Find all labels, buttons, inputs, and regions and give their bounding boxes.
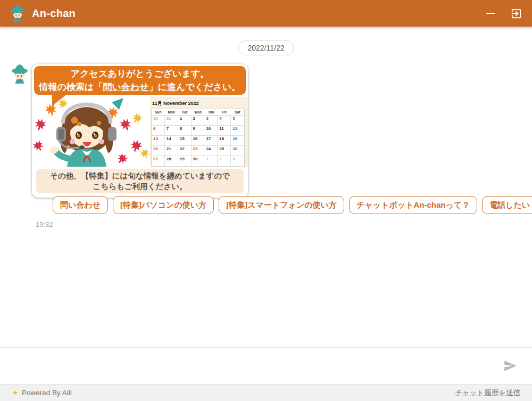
calendar-day: 2	[218, 156, 231, 166]
powered-by-label: Powered By Alli	[22, 389, 72, 397]
speech-bubble-tail	[52, 93, 68, 106]
quick-reply-button[interactable]: チャットボットAn-chanって？	[349, 196, 477, 214]
note-line2: こちらもご利用ください。	[36, 181, 244, 192]
calendar-day: 24	[204, 146, 218, 156]
calendar-day: 27	[152, 156, 165, 166]
message-banner: アクセスありがとうございます。 情報の検索は「問い合わせ」に進んでください。	[34, 66, 246, 95]
quick-reply-button[interactable]: 問い合わせ	[53, 196, 108, 214]
card-body: 11月 November 2022 SunMonTueWedThuFriSat …	[32, 97, 248, 167]
mascot-avatar-icon	[9, 4, 27, 22]
calendar-day: 9	[192, 126, 205, 136]
calendar-day: 13	[152, 136, 165, 146]
calendar-day: 3	[231, 156, 244, 166]
message-input[interactable]	[9, 350, 501, 381]
bot-avatar-icon	[10, 64, 30, 84]
calendar-weekday: Fri	[218, 109, 231, 115]
footer-bar: Powered By Alli チャット履歴を送信	[0, 384, 532, 401]
calendar-day: 29	[178, 156, 192, 166]
app-title: An-chan	[32, 7, 76, 20]
calendar-day: 28	[165, 156, 178, 166]
calendar: 11月 November 2022 SunMonTueWedThuFriSat …	[150, 97, 248, 167]
send-chat-history-link[interactable]: チャット履歴を送信	[455, 388, 520, 398]
note-line1: その他、【特集】には旬な情報を纏めていますので	[36, 170, 244, 181]
powered-by: Powered By Alli	[12, 389, 72, 397]
quick-reply-row: 問い合わせ[特集]パソコンの使い方[特集]スマートフォンの使い方チャットボットA…	[53, 196, 532, 214]
calendar-weekday: Wed	[192, 109, 205, 115]
mascot-illustration	[32, 97, 150, 167]
calendar-day: 14	[165, 136, 178, 146]
calendar-day: 7	[165, 126, 178, 136]
bot-message: アクセスありがとうございます。 情報の検索は「問い合わせ」に進んでください。	[10, 64, 248, 198]
calendar-weekday: Mon	[165, 109, 178, 115]
calendar-title: 11月 November 2022	[152, 100, 245, 107]
calendar-weekday-row: SunMonTueWedThuFriSat	[152, 109, 244, 116]
calendar-day: 30	[192, 156, 205, 166]
banner-line2: 情報の検索は「問い合わせ」に進んでください。	[34, 80, 246, 94]
quick-reply-button[interactable]: 電話したい	[482, 196, 532, 214]
calendar-day: 20	[152, 146, 165, 156]
minimize-icon	[486, 13, 495, 14]
chat-window: An-chan 2022/11/22 アクセスありがとうございます。 情報の検索…	[0, 0, 532, 401]
calendar-day: 5	[231, 116, 244, 126]
calendar-day: 1	[178, 116, 192, 126]
calendar-day: 30	[152, 116, 165, 126]
quick-reply-button[interactable]: [特集]スマートフォンの使い方	[219, 196, 344, 214]
calendar-day: 22	[178, 146, 192, 156]
calendar-day: 3	[204, 116, 218, 126]
calendar-day: 25	[218, 146, 231, 156]
banner-line1: アクセスありがとうございます。	[34, 67, 246, 80]
inquiry-inline-link: 問い合わせ	[103, 82, 148, 92]
calendar-day: 6	[152, 126, 165, 136]
send-icon	[503, 359, 517, 373]
calendar-day: 18	[218, 136, 231, 146]
composer	[0, 347, 532, 384]
calendar-day: 21	[165, 146, 178, 156]
minimize-button[interactable]	[485, 12, 496, 15]
calendar-weekday: Sun	[152, 109, 165, 115]
calendar-grid: 3031123456789101112131415161718192021222…	[152, 116, 244, 166]
calendar-day: 15	[178, 136, 192, 146]
message-timestamp: 19:32	[36, 220, 53, 228]
calendar-day: 8	[178, 126, 192, 136]
chat-header: An-chan	[0, 0, 532, 27]
calendar-day: 31	[165, 116, 178, 126]
calendar-day: 4	[218, 116, 231, 126]
calendar-day: 1	[204, 156, 218, 166]
calendar-day: 2	[192, 116, 205, 126]
send-button[interactable]	[501, 357, 519, 375]
calendar-day: 19	[231, 136, 244, 146]
date-chip: 2022/11/22	[238, 40, 294, 55]
calendar-day: 12	[231, 126, 244, 136]
calendar-day: 23	[192, 146, 205, 156]
card-note: その他、【特集】には旬な情報を纏めていますので こちらもご利用ください。	[36, 169, 244, 193]
calendar-weekday: Sat	[231, 109, 244, 115]
lightning-icon	[12, 389, 19, 397]
calendar-day: 26	[231, 146, 244, 156]
exit-button[interactable]	[509, 6, 523, 21]
calendar-weekday: Thu	[204, 109, 218, 115]
exit-icon	[510, 7, 522, 20]
message-card: アクセスありがとうございます。 情報の検索は「問い合わせ」に進んでください。	[32, 64, 248, 198]
calendar-day: 10	[204, 126, 218, 136]
calendar-weekday: Tue	[178, 109, 192, 115]
calendar-table: SunMonTueWedThuFriSat 303112345678910111…	[151, 109, 245, 167]
quick-reply-button[interactable]: [特集]パソコンの使い方	[113, 196, 214, 214]
calendar-day: 11	[218, 126, 231, 136]
calendar-day: 17	[204, 136, 218, 146]
calendar-day: 16	[192, 136, 205, 146]
